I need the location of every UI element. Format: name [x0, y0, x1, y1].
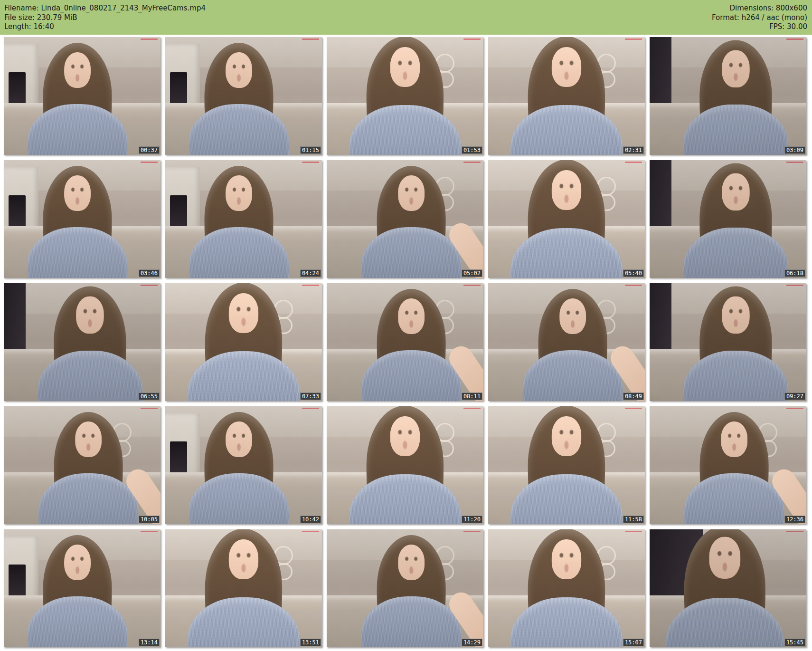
room-ceiling: [488, 529, 645, 560]
video-frame-placeholder: [488, 529, 645, 647]
kitchen-cabinet: [165, 413, 200, 487]
video-thumbnail: 08:49: [488, 283, 645, 401]
hair: [684, 529, 765, 647]
video-frame-placeholder: [165, 283, 322, 401]
timestamp-badge: 03:46: [139, 269, 160, 277]
person-figure: [165, 283, 322, 401]
wall-decoration: [595, 177, 617, 212]
sofa: [4, 472, 161, 524]
timestamp-badge: 08:11: [462, 393, 482, 400]
timestamp-badge: 01:53: [462, 146, 482, 154]
sweater: [510, 105, 623, 155]
filesize-text: File size: 230.79 MiB: [4, 13, 206, 23]
room-ceiling: [488, 160, 645, 191]
sofa: [650, 103, 806, 155]
face: [559, 298, 586, 334]
hair: [205, 529, 283, 647]
sofa: [488, 226, 645, 278]
video-frame-placeholder: [327, 406, 483, 524]
room-ceiling: [4, 406, 161, 437]
person-figure: [653, 37, 806, 155]
hair: [699, 287, 772, 401]
timestamp-badge: 03:09: [784, 146, 805, 154]
red-watermark-icon: [625, 408, 642, 409]
person-figure: [8, 283, 161, 401]
wall-decoration: [434, 546, 455, 581]
sweater: [523, 350, 623, 401]
thumbnail-sheet: Filename: Linda_0nline_080217_2143_MyFre…: [0, 0, 812, 651]
fps-text: FPS: 30.00: [712, 22, 807, 32]
wall-decoration: [595, 300, 617, 335]
room-ceiling: [327, 283, 483, 314]
room-ceiling: [4, 529, 161, 560]
kitchen-cabinet: [4, 536, 38, 610]
video-thumbnail: 04:24: [165, 160, 322, 278]
red-watermark-icon: [463, 531, 481, 532]
sofa: [4, 103, 161, 155]
face: [722, 297, 750, 334]
video-frame-placeholder: [488, 37, 645, 155]
video-thumbnail: 03:46: [4, 160, 161, 278]
video-frame-placeholder: [650, 283, 806, 401]
red-watermark-icon: [141, 162, 158, 163]
video-frame-placeholder: [650, 160, 806, 278]
sweater: [28, 104, 128, 155]
hair: [528, 406, 605, 524]
sofa: [165, 472, 322, 524]
wall-decoration: [272, 546, 294, 581]
timestamp-badge: 06:18: [784, 269, 805, 277]
hair: [205, 283, 283, 401]
dark-appliance: [170, 72, 187, 107]
hair: [528, 529, 605, 647]
video-frame-placeholder: [4, 283, 161, 401]
hair: [377, 535, 446, 647]
sweater: [666, 598, 784, 647]
red-watermark-icon: [625, 285, 642, 286]
face: [722, 50, 750, 87]
sweater: [683, 228, 789, 278]
red-watermark-icon: [786, 285, 803, 286]
hair: [205, 412, 274, 524]
hair: [377, 289, 446, 401]
red-watermark-icon: [302, 408, 319, 409]
video-frame-placeholder: [4, 160, 161, 278]
timestamp-badge: 12:36: [784, 516, 805, 523]
video-thumbnail: 05:40: [488, 160, 645, 278]
face: [398, 298, 425, 334]
hair: [528, 37, 605, 155]
room-ceiling: [327, 160, 483, 191]
face: [398, 545, 425, 580]
sweater: [38, 473, 139, 524]
red-watermark-icon: [302, 285, 319, 286]
red-watermark-icon: [463, 408, 481, 409]
room-ceiling: [165, 160, 322, 191]
hair: [43, 43, 112, 155]
sweater: [361, 350, 462, 401]
hair: [205, 43, 274, 155]
red-watermark-icon: [786, 38, 803, 40]
sofa: [327, 226, 483, 278]
timestamp-badge: 07:33: [300, 393, 321, 400]
kitchen-cabinet: [4, 167, 38, 240]
room-ceiling: [165, 406, 322, 437]
dark-appliance: [9, 72, 26, 107]
video-frame-placeholder: [488, 160, 645, 278]
room-ceiling: [650, 160, 806, 191]
hair: [205, 166, 274, 278]
video-frame-placeholder: [650, 37, 806, 155]
sweater: [189, 473, 289, 524]
face: [552, 47, 582, 86]
sofa: [488, 595, 645, 647]
timestamp-badge: 02:31: [623, 146, 644, 154]
person-figure: [10, 406, 161, 524]
red-watermark-icon: [786, 408, 803, 409]
timestamp-badge: 10:42: [300, 516, 321, 523]
red-watermark-icon: [141, 408, 158, 409]
timestamp-badge: 14:29: [462, 639, 482, 646]
person-figure: [4, 529, 156, 647]
face: [552, 416, 582, 456]
room-ceiling: [4, 160, 161, 191]
wall-decoration: [434, 54, 455, 89]
video-frame-placeholder: [4, 37, 161, 155]
room-ceiling: [650, 529, 806, 560]
